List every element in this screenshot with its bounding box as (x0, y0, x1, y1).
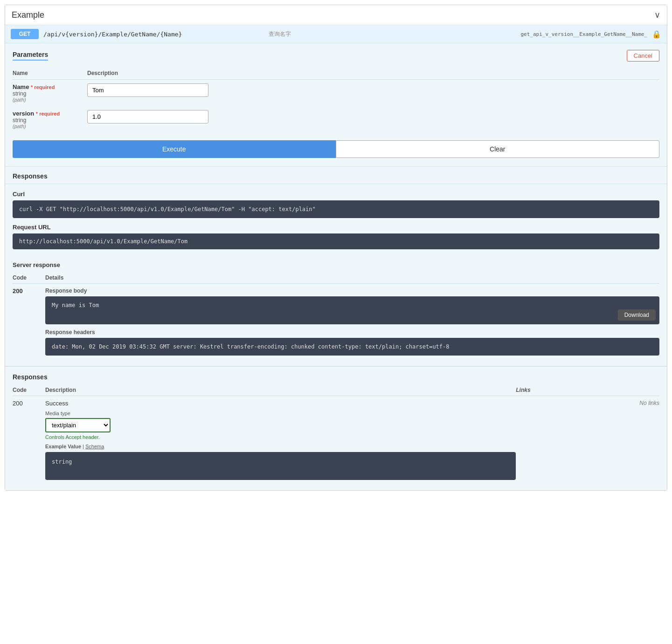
response-body-label: Response body (45, 288, 659, 294)
param-label: version * required (13, 110, 87, 117)
param-table: Name Description Name * required string … (13, 67, 659, 133)
request-url-block: http://localhost:5000/api/v1.0/Example/G… (13, 233, 659, 249)
schema-tab[interactable]: Schema (85, 444, 104, 449)
clear-button[interactable]: Clear (336, 140, 660, 158)
br-col-links: Links (516, 384, 659, 396)
param-location: (path) (13, 123, 87, 129)
param-input[interactable] (87, 110, 208, 123)
curl-section: Curl curl -X GET "http://localhost:5000/… (5, 184, 667, 261)
response-headers-block: date: Mon, 02 Dec 2019 03:45:32 GMT serv… (45, 338, 659, 356)
response-body-text: My name is Tom (52, 302, 99, 308)
params-title: Parameters (13, 51, 48, 61)
param-col-description: Description (87, 67, 659, 80)
endpoint-id: get_api_v_version__Example_GetName__Name… (520, 31, 647, 37)
param-desc-cell (87, 80, 659, 107)
server-response-section: Server response Code Details 200 Respons… (5, 261, 667, 366)
sr-status-code: 200 (13, 284, 45, 360)
execute-button[interactable]: Execute (13, 140, 336, 158)
app-title: Example (12, 10, 44, 20)
lock-icon[interactable]: 🔒 (652, 30, 661, 39)
param-col-name: Name (13, 67, 87, 80)
response-body-block: My name is Tom Download (45, 296, 659, 324)
bottom-responses-section: Responses Code Description Links 200 Suc… (5, 366, 667, 490)
sr-col-details: Details (45, 272, 659, 284)
param-input[interactable] (87, 83, 208, 97)
param-type: string (13, 90, 87, 97)
parameters-section: Parameters Cancel Name Description Name … (5, 43, 667, 167)
param-name-cell: Name * required string (path) (13, 80, 87, 107)
param-desc-cell (87, 106, 659, 133)
response-headers-label: Response headers (45, 329, 659, 336)
curl-block: curl -X GET "http://localhost:5000/api/v… (13, 200, 659, 218)
endpoint-bar: GET /api/v{version}/Example/GetName/{Nam… (5, 25, 667, 43)
br-col-code: Code (13, 384, 45, 396)
curl-label: Curl (13, 191, 659, 198)
param-label: Name * required (13, 83, 87, 90)
download-button[interactable]: Download (618, 309, 656, 321)
app-header: Example ∨ (5, 5, 667, 25)
example-value-label: Example Value | Schema (45, 444, 516, 449)
example-value-tab[interactable]: Example Value (45, 444, 81, 449)
br-links-cell: No links (516, 396, 659, 484)
chevron-icon[interactable]: ∨ (654, 10, 660, 20)
example-code-block: string (45, 452, 516, 480)
responses-heading: Responses (5, 167, 667, 184)
table-row: Name * required string (path) (13, 80, 659, 107)
required-badge: * required (36, 111, 60, 116)
bottom-responses-table: Code Description Links 200 Success Media… (13, 384, 659, 484)
br-description-text: Success (45, 400, 516, 407)
endpoint-path: /api/v{version}/Example/GetName/{Name} (43, 31, 264, 38)
sr-col-code: Code (13, 272, 45, 284)
sr-details-col: Response body My name is Tom Download Re… (45, 284, 659, 360)
params-header: Parameters Cancel (13, 50, 659, 62)
br-description-cell: Success Media type text/plain Controls A… (45, 396, 516, 484)
media-type-label: Media type (45, 411, 516, 416)
param-location: (path) (13, 97, 87, 103)
bottom-responses-title: Responses (13, 373, 659, 381)
action-buttons: Execute Clear (13, 140, 659, 158)
controls-accept-text: Controls Accept header. (45, 434, 516, 440)
server-response-table: Code Details 200 Response body My name i… (13, 272, 659, 359)
table-row: version * required string (path) (13, 106, 659, 133)
table-row: 200 Success Media type text/plain Contro… (13, 396, 659, 484)
br-col-description: Description (45, 384, 516, 396)
cancel-button[interactable]: Cancel (627, 50, 659, 62)
request-url-label: Request URL (13, 224, 659, 231)
method-badge: GET (11, 29, 39, 39)
media-type-select[interactable]: text/plain (45, 418, 111, 432)
server-response-title: Server response (13, 261, 659, 268)
br-code-cell: 200 (13, 396, 45, 484)
endpoint-desc: 查询名字 (269, 30, 291, 38)
param-type: string (13, 117, 87, 123)
required-badge: * required (31, 84, 55, 90)
param-name-cell: version * required string (path) (13, 106, 87, 133)
table-row: 200 Response body My name is Tom Downloa… (13, 284, 659, 360)
